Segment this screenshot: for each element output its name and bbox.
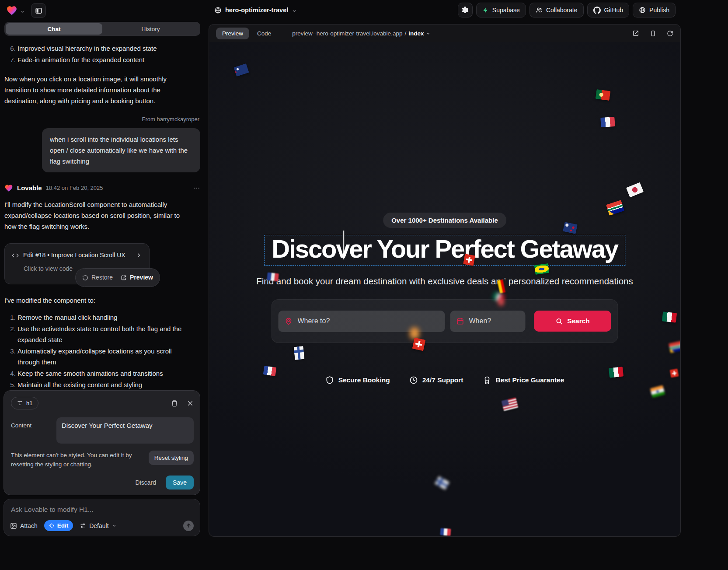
- tab-history[interactable]: History: [102, 23, 199, 35]
- gear-icon: [461, 6, 469, 14]
- element-tag-label: h1: [26, 400, 32, 406]
- external-link-icon: [121, 275, 127, 281]
- preview-actions: [632, 30, 673, 37]
- from-user-label: From harrymckayroper: [4, 114, 199, 125]
- flag-usa: [502, 397, 519, 411]
- flag-finland: [435, 476, 449, 490]
- github-button[interactable]: GitHub: [587, 3, 630, 17]
- collaborate-button[interactable]: Collaborate: [529, 3, 584, 17]
- content-textarea[interactable]: Discover Your Perfect Getaway: [56, 417, 194, 444]
- publish-button[interactable]: Publish: [633, 3, 676, 17]
- tab-chat[interactable]: Chat: [6, 23, 102, 35]
- flag-switzerland: [412, 338, 426, 351]
- tab-code[interactable]: Code: [251, 28, 277, 39]
- feature-secure-booking: Secure Booking: [325, 376, 390, 385]
- chevron-right-icon: [136, 252, 142, 259]
- date-input[interactable]: [469, 317, 519, 325]
- image-icon: [10, 522, 17, 529]
- edit-mode-pill[interactable]: Edit: [44, 520, 73, 531]
- chevron-down-icon: [292, 8, 297, 14]
- sliders-icon: [80, 522, 86, 529]
- sidebar-toggle-button[interactable]: [31, 3, 46, 18]
- lovable-heart-logo[interactable]: [6, 5, 17, 16]
- flag-finland: [293, 346, 304, 360]
- preview-header: Preview Code preview--hero-optimizer-tra…: [209, 24, 680, 42]
- styling-note: This element can't be styled. You can ed…: [11, 451, 142, 469]
- shield-icon: [325, 376, 334, 385]
- flag-blurred-red: [498, 298, 504, 306]
- mobile-view-icon[interactable]: [650, 30, 656, 37]
- flag-france: [440, 528, 451, 536]
- project-selector[interactable]: hero-optimizer-travel: [214, 0, 297, 20]
- destination-field[interactable]: [279, 311, 445, 332]
- preview-panel: Preview Code preview--hero-optimizer-tra…: [209, 24, 681, 537]
- code-icon: [12, 252, 19, 259]
- discard-button[interactable]: Discard: [136, 479, 156, 486]
- list-item: Remove the manual click handling: [17, 312, 192, 323]
- flag-france: [267, 273, 279, 282]
- assistant-changes-list: Remove the manual click handlingUse the …: [9, 312, 192, 390]
- flag-brazil: [534, 263, 550, 275]
- flag-mexico: [609, 367, 624, 378]
- save-button[interactable]: Save: [166, 476, 194, 490]
- flag-south-africa: [669, 341, 680, 353]
- flag-france: [263, 366, 277, 376]
- message-menu-icon[interactable]: [193, 185, 200, 192]
- flag-australia: [233, 63, 249, 77]
- reset-styling-button[interactable]: Reset styling: [149, 451, 194, 465]
- settings-button[interactable]: [458, 3, 473, 17]
- search-button[interactable]: Search: [534, 311, 611, 332]
- topbar-left: [6, 3, 46, 18]
- chat-composer[interactable]: Ask Lovable to modify H1... Attach Edit …: [3, 499, 200, 536]
- flag-mexico: [662, 311, 677, 322]
- composer-placeholder: Ask Lovable to modify H1...: [11, 506, 193, 514]
- globe-icon: [214, 7, 222, 14]
- chat-transcript: Improved visual hierarchy in the expande…: [4, 43, 200, 390]
- trash-icon[interactable]: [171, 400, 178, 407]
- attach-button[interactable]: Attach: [10, 522, 38, 529]
- edit-version-card[interactable]: Edit #18 • Improve Location Scroll UX Cl…: [4, 243, 150, 284]
- close-icon[interactable]: [187, 400, 194, 407]
- topbar-actions: Supabase Collaborate GitHub Publish: [458, 3, 676, 17]
- supabase-button[interactable]: Supabase: [476, 3, 526, 17]
- people-icon: [536, 7, 543, 14]
- search-icon: [555, 318, 563, 325]
- assistant-name: Lovable: [17, 182, 42, 193]
- edit-card-title: Edit #18 • Improve Location Scroll UX: [23, 250, 131, 261]
- chevron-down-icon: [426, 31, 431, 36]
- search-card: Search: [272, 299, 618, 343]
- content-label: Content: [11, 417, 56, 444]
- tab-preview[interactable]: Preview: [216, 28, 249, 39]
- restore-preview-pill: Restore Preview: [75, 268, 160, 287]
- refresh-icon[interactable]: [667, 30, 673, 37]
- hero-title[interactable]: Discover Your Perfect Getaway: [272, 236, 618, 262]
- mode-selector[interactable]: Default: [80, 522, 116, 529]
- chevron-down-icon[interactable]: [20, 9, 25, 14]
- lovable-heart-avatar: [4, 184, 13, 192]
- list-item: Maintain all the existing content and st…: [17, 379, 192, 390]
- restore-button[interactable]: Restore: [82, 272, 113, 283]
- destinations-badge: Over 1000+ Destinations Available: [383, 213, 506, 228]
- date-field[interactable]: [450, 311, 526, 332]
- assistant-paragraph: I've modified the component to:: [4, 295, 190, 306]
- flag-france: [600, 117, 615, 127]
- restore-icon: [82, 275, 88, 281]
- assistant-paragraph: Now when you click on a location image, …: [4, 73, 190, 106]
- destination-input[interactable]: [298, 317, 439, 325]
- award-icon: [483, 376, 491, 385]
- chevron-down-icon: [112, 523, 117, 528]
- assistant-list-continued: Improved visual hierarchy in the expande…: [9, 43, 192, 65]
- chat-sidebar: Chat History Improved visual hierarchy i…: [0, 20, 206, 570]
- send-button[interactable]: [183, 521, 194, 531]
- preview-url[interactable]: preview--hero-optimizer-travel.lovable.a…: [292, 30, 431, 37]
- element-tag-pill[interactable]: h1: [11, 397, 38, 409]
- topbar: hero-optimizer-travel Supabase Collabora…: [0, 0, 728, 20]
- flag-new-zealand: [563, 222, 578, 234]
- supabase-bolt-icon: [482, 7, 489, 14]
- open-external-icon[interactable]: [632, 30, 639, 37]
- clock-icon: [409, 376, 418, 385]
- flag-india: [650, 385, 665, 398]
- list-item: Fade-in animation for the expanded conte…: [17, 54, 192, 65]
- h1-selection-box[interactable]: Discover Your Perfect Getaway: [264, 235, 625, 266]
- preview-button[interactable]: Preview: [121, 272, 153, 283]
